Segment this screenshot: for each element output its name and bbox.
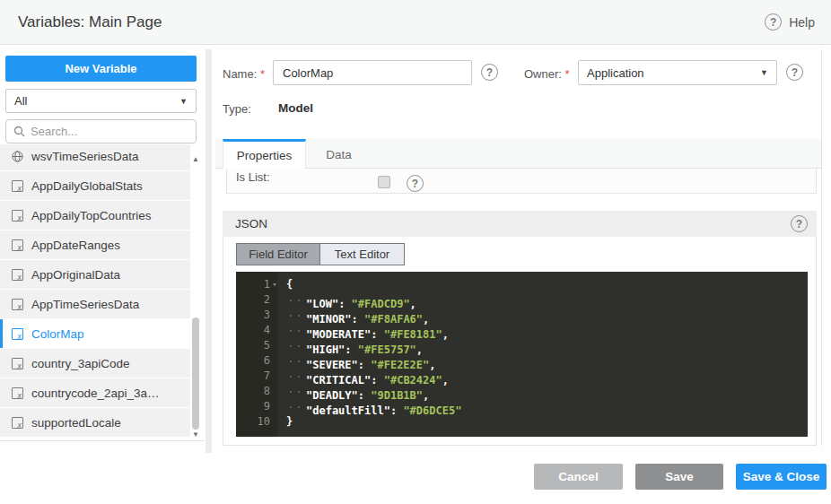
search-icon [13,126,25,137]
list-item-ColorMap-selected[interactable]: x ColorMap [0,319,190,348]
owner-label: Owner: * [524,67,570,81]
owner-selected-value: Application [587,66,644,80]
tab-bar: Properties Data [215,139,821,169]
list-item-wsvTimeSeriesData[interactable]: wsvTimeSeriesData [0,144,190,170]
editor-mode-switch: Field Editor Text Editor [236,243,405,265]
scroll-down-icon[interactable]: ▼ [190,429,201,439]
json-section-header: JSON ? [223,211,817,237]
list-scrollbar[interactable]: ▲ ▼ [190,146,201,441]
variable-icon: x [12,417,23,429]
code-line-6: 6 "SEVERE": "#FE2E2E", [236,353,808,369]
list-item-label: countrycode_2api_3a… [31,387,160,400]
list-item-label: supportedLocale [31,416,121,430]
search-input[interactable] [31,125,183,138]
list-item-countrycode_2api_3a[interactable]: x countrycode_2api_3a… [0,378,190,407]
type-label: Type: [223,102,251,116]
help-icon: ? [765,13,782,30]
tab-properties[interactable]: Properties [223,139,306,169]
is-list-help-icon[interactable]: ? [407,175,424,192]
variable-list: wsvTimeSeriesData x AppDailyGlobalStats … [0,144,205,441]
is-list-label: Is List: [236,170,270,184]
list-item-label: ColorMap [31,327,84,341]
scroll-up-icon[interactable]: ▲ [190,153,201,164]
text-editor-tab[interactable]: Text Editor [320,244,404,265]
variable-icon: x [12,210,23,222]
list-item-country_3apiCode[interactable]: x country_3apiCode [0,349,190,378]
main-scrollbar-track[interactable] [821,49,822,446]
tab-data[interactable]: Data [306,139,372,169]
variable-icon: x [12,387,23,399]
variable-icon: x [12,358,23,369]
field-editor-tab[interactable]: Field Editor [237,244,320,265]
list-item-supportedLocale[interactable]: x supportedLocale [0,408,190,437]
type-value: Model [278,101,313,115]
variable-icon: x [12,239,23,251]
variable-icon: x [12,299,23,310]
variable-icon: x [12,328,23,340]
name-input[interactable] [273,60,472,85]
code-line-4: 4 "MODERATE": "#FE8181", [236,323,808,338]
code-line-3: 3 "MINOR": "#F8AFA6", [236,308,808,323]
variable-type-filter-select[interactable]: All ▼ [5,89,197,113]
is-list-checkbox[interactable] [378,176,390,188]
page-title: Variables: Main Page [18,13,162,31]
list-item-AppDailyTopCountries[interactable]: x AppDailyTopCountries [0,201,190,230]
code-line-2: 2 "LOW": "#FADCD9", [236,292,808,308]
cancel-button[interactable]: Cancel [534,464,623,490]
list-item-label: AppTimeSeriesData [31,298,139,311]
json-section-panel: Field Editor Text Editor 1 ▾ { 2 "LOW": … [223,237,817,446]
save-and-close-button[interactable]: Save & Close [736,464,827,490]
chevron-down-icon: ▼ [760,68,768,77]
globe-icon [12,151,23,162]
list-item-label: AppDateRanges [31,239,120,252]
json-help-icon[interactable]: ? [791,215,808,232]
is-list-panel: Is List: ? [226,169,817,194]
variable-icon: x [12,269,23,281]
owner-select[interactable]: Application ▼ [578,60,777,85]
list-item-label: AppDailyTopCountries [31,209,152,222]
code-line-8: 8 "DEADLY": "9D1B1B", [236,384,808,399]
chevron-down-icon: ▼ [179,97,188,106]
required-asterisk: * [260,67,265,81]
name-help-icon[interactable]: ? [481,64,498,81]
name-label: Name: * [223,67,265,81]
code-line-7: 7 "CRITICAL": "#CB2424", [236,369,808,384]
list-item-label: country_3apiCode [31,357,130,370]
filter-selected-value: All [14,94,27,108]
list-item-AppDateRanges[interactable]: x AppDateRanges [0,230,190,259]
save-button[interactable]: Save [635,464,723,490]
list-item-label: wsvTimeSeriesData [31,150,139,163]
panel-divider [206,49,212,453]
required-asterisk: * [565,67,570,81]
code-line-9: 9 "defaultFill": "#D6DCE5" [236,399,808,414]
code-line-1: 1 ▾ { [236,277,808,292]
help-button[interactable]: ? Help [765,13,815,30]
fold-arrow-icon[interactable]: ▾ [270,277,279,292]
list-item-label: AppOriginalData [31,268,120,282]
code-line-5: 5 "HIGH": "#FE5757", [236,338,808,353]
owner-help-icon[interactable]: ? [786,64,803,81]
variable-search-box [5,119,197,143]
new-variable-button[interactable]: New Variable [5,56,197,82]
json-section-title: JSON [235,217,267,230]
list-item-AppDailyGlobalStats[interactable]: x AppDailyGlobalStats [0,171,190,200]
json-code-editor[interactable]: 1 ▾ { 2 "LOW": "#FADCD9", 3 "MINOR": "#F… [236,272,808,437]
list-item-label: AppDailyGlobalStats [31,179,143,193]
variable-icon: x [12,180,23,192]
help-label: Help [789,15,815,30]
scrollbar-thumb[interactable] [192,317,199,430]
list-item-AppTimeSeriesData[interactable]: x AppTimeSeriesData [0,290,190,318]
list-item-AppOriginalData[interactable]: x AppOriginalData [0,260,190,289]
